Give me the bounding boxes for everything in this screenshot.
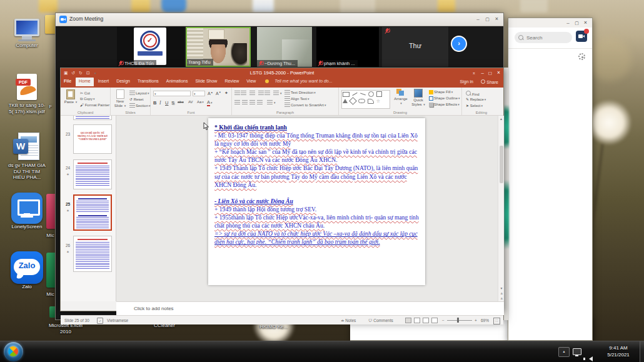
shapes-gallery[interactable]: ☆ xyxy=(341,90,390,109)
align-center-button[interactable] xyxy=(242,100,248,105)
desktop-icon-lonelyscreen[interactable]: LonelyScreen xyxy=(8,193,46,230)
desktop-icon-folder[interactable] xyxy=(438,0,455,13)
arrange-button[interactable]: Arrange xyxy=(393,89,409,105)
previous-slide-button[interactable]: ≙ xyxy=(498,292,505,296)
close-icon[interactable] xyxy=(581,19,590,26)
participant-video-tile[interactable]: ~Dương Thu... xyxy=(257,27,312,67)
start-button[interactable] xyxy=(4,342,23,361)
minimize-icon[interactable]: – xyxy=(481,68,484,78)
zoom-meeting-titlebar[interactable]: Zoom Meeting xyxy=(56,13,503,26)
tab-file[interactable]: File xyxy=(61,78,74,86)
tab-insert[interactable]: Insert xyxy=(95,78,113,86)
fit-to-window-icon[interactable]: ⛶ xyxy=(493,318,500,324)
cut-button[interactable]: ✂ Cut xyxy=(80,91,90,95)
desktop-icon-label[interactable]: HKIMO Ke... xyxy=(253,324,294,330)
network-icon[interactable] xyxy=(573,348,581,355)
grow-font-button[interactable]: A▲ xyxy=(208,91,213,96)
spellcheck-icon[interactable]: ✓ xyxy=(97,318,103,324)
line-spacing-button[interactable] xyxy=(273,91,282,96)
select-button[interactable]: ➤ Select xyxy=(466,103,483,108)
gear-icon[interactable] xyxy=(578,53,585,60)
align-left-button[interactable] xyxy=(234,100,241,105)
align-text-button[interactable]: Align Text xyxy=(284,96,309,101)
taskbar-clock[interactable]: 9:41 AM 5/21/2021 xyxy=(599,344,638,358)
font-name-combobox[interactable] xyxy=(153,91,191,96)
notes-pane[interactable]: Click to add notes xyxy=(116,301,504,315)
tab-transitions[interactable]: Transitions xyxy=(134,78,162,86)
normal-view-button[interactable] xyxy=(405,318,411,323)
indent-buttons[interactable] xyxy=(258,91,271,96)
participant-video-tile[interactable]: Thư xyxy=(382,27,448,67)
next-slide-button[interactable]: ≚ xyxy=(498,297,505,301)
copy-button[interactable]: ⧉ Copy xyxy=(80,97,94,101)
language-indicator[interactable]: Vietnamese xyxy=(107,318,128,323)
participant-video-tile[interactable]: phạm khánh ... xyxy=(316,27,379,67)
tab-home[interactable]: Home xyxy=(76,78,94,86)
convert-smartart-button[interactable]: Convert to SmartArt xyxy=(284,103,326,108)
tab-review[interactable]: Review xyxy=(221,78,242,86)
desktop-icon-box[interactable] xyxy=(520,0,548,13)
share-button[interactable]: Share xyxy=(481,79,498,84)
desktop-icon-pdf-file[interactable]: PDF TKB từ sáng 10-5( 17h).xlsm.pdf xyxy=(8,74,46,114)
text-shadow-button[interactable]: S xyxy=(171,100,174,106)
format-painter-button[interactable]: 🖌 Format Painter xyxy=(80,103,110,107)
tell-me-box[interactable]: Tell me what you want to do... xyxy=(271,78,335,86)
paste-button[interactable]: Paste xyxy=(63,89,79,104)
search-field[interactable] xyxy=(525,34,565,41)
slideshow-view-button[interactable] xyxy=(431,318,438,323)
reset-button[interactable]: ↺ Reset xyxy=(129,97,143,101)
scrollbar-thumb[interactable] xyxy=(500,146,503,183)
slide-thumbnail-partial[interactable] xyxy=(73,116,112,120)
maximize-icon[interactable]: ▢ xyxy=(488,68,492,78)
shape-effects-button[interactable]: Shape Effects xyxy=(429,103,460,107)
shape-fill-button[interactable]: Shape Fill xyxy=(429,90,453,94)
section-button[interactable]: Section xyxy=(129,103,151,108)
tab-design[interactable]: Design xyxy=(113,78,133,86)
minimize-icon[interactable] xyxy=(474,16,482,23)
minimize-icon[interactable] xyxy=(564,19,572,26)
ribbon-display-options-icon[interactable]: ⌅ xyxy=(472,68,476,78)
layout-button[interactable]: Layout xyxy=(129,91,149,96)
numbering-button[interactable] xyxy=(249,91,256,96)
clear-formatting-button[interactable]: ✦ xyxy=(224,91,228,96)
desktop-icon-excel-partial[interactable] xyxy=(49,306,55,318)
quick-styles-button[interactable]: Quick Styles xyxy=(410,89,426,106)
strikethrough-button[interactable]: abc xyxy=(178,100,184,104)
zoom-out-button[interactable]: − xyxy=(442,318,445,323)
bullets-button[interactable] xyxy=(234,91,247,96)
desktop-icon-app[interactable] xyxy=(161,0,186,13)
powerpoint-titlebar[interactable]: ▣ ↺ ↻ ⊡ LSTG 1945-2000 - PowerPoint ⌅ – … xyxy=(61,68,503,78)
slide-thumbnail-24[interactable] xyxy=(73,159,112,189)
desktop-icon-word-doc[interactable]: W ds gv THAM GIA DU THI TIM HIỂU PHA... xyxy=(8,133,46,181)
show-hidden-icons-button[interactable]: ▲ xyxy=(558,347,570,357)
italic-button[interactable]: I xyxy=(159,100,161,106)
shrink-font-button[interactable]: A▼ xyxy=(216,91,221,96)
search-input[interactable] xyxy=(515,32,572,43)
text-direction-button[interactable]: Text Direction xyxy=(284,90,316,95)
desktop-icon-partial[interactable] xyxy=(46,253,55,288)
tab-view[interactable]: View xyxy=(243,78,259,86)
close-icon[interactable]: × xyxy=(497,68,500,78)
replace-button[interactable]: ✎ Replace xyxy=(466,97,486,101)
slide-sorter-view-button[interactable] xyxy=(414,318,420,323)
align-right-button[interactable] xyxy=(249,100,256,105)
scroll-up-icon[interactable]: ▲ xyxy=(498,117,504,121)
find-button[interactable]: Find xyxy=(466,91,480,96)
meeting-notification-icon[interactable] xyxy=(576,31,587,42)
scroll-down-icon[interactable]: ▼ xyxy=(498,286,505,290)
slide-text-block[interactable]: * Khởi đầu chiến tranh lạnh - Mĩ: 03-194… xyxy=(214,123,419,246)
zoom-level[interactable]: 69% xyxy=(481,318,489,323)
font-size-combobox[interactable] xyxy=(193,91,205,96)
slide-indicator[interactable]: Slide 25 of 30 xyxy=(64,318,89,323)
desktop-icon-folder-partial[interactable] xyxy=(45,15,55,34)
slide-thumbnail-26[interactable] xyxy=(73,236,112,272)
show-desktop-button[interactable] xyxy=(640,341,644,362)
zoom-slider-thumb[interactable] xyxy=(457,318,459,323)
desktop-icon-folder[interactable] xyxy=(39,0,58,13)
maximize-icon[interactable] xyxy=(573,19,581,26)
slide-scrollbar[interactable]: ▲ ▼ ≙ ≚ xyxy=(498,116,504,301)
comments-toggle[interactable]: 🗩 Comments xyxy=(368,318,393,323)
underline-button[interactable]: U xyxy=(165,100,168,106)
justify-button[interactable] xyxy=(257,100,263,105)
desktop-icon-partial[interactable] xyxy=(46,194,55,229)
